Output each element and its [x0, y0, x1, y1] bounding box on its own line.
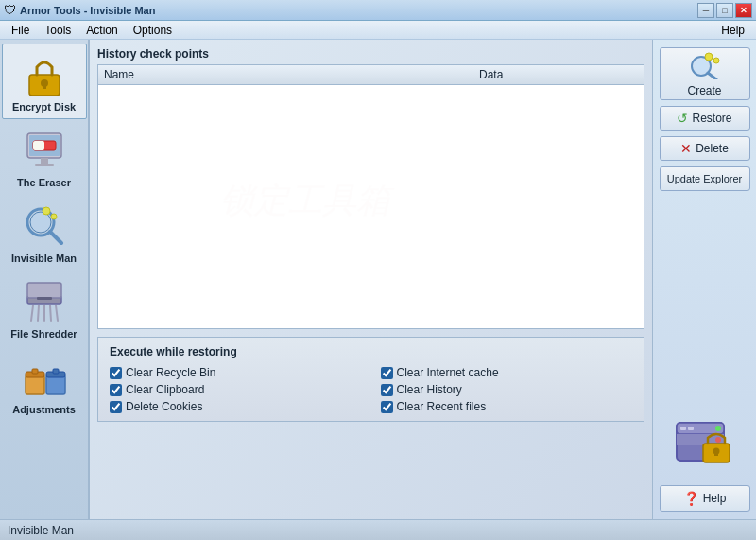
checkbox-delete-cookies-input[interactable]: [110, 401, 122, 413]
history-table: Name Data 锁定工具箱: [97, 64, 644, 329]
svg-point-30: [695, 60, 708, 73]
checkbox-delete-cookies[interactable]: Delete Cookies: [110, 400, 362, 413]
file-shredder-icon: [20, 277, 69, 326]
label-clear-clipboard: Clear Clipboard: [126, 383, 204, 396]
encrypt-disk-icon: [20, 50, 69, 99]
minimize-button[interactable]: ─: [697, 3, 714, 18]
checkbox-clear-recycle[interactable]: Clear Recycle Bin: [110, 366, 362, 379]
maximize-button[interactable]: □: [716, 3, 733, 18]
checkbox-clear-clipboard[interactable]: Clear Clipboard: [110, 383, 362, 396]
sidebar: Encrypt Disk The Eraser: [0, 40, 90, 519]
svg-text:锁定工具箱: 锁定工具箱: [220, 180, 395, 218]
sidebar-item-the-eraser[interactable]: The Eraser: [2, 119, 87, 195]
server-lock-icon: [662, 404, 747, 479]
execute-section: Execute while restoring Clear Recycle Bi…: [97, 337, 644, 422]
checkbox-clear-recycle-input[interactable]: [110, 367, 122, 379]
svg-rect-22: [26, 375, 44, 394]
menu-help[interactable]: Help: [713, 22, 752, 39]
execute-title: Execute while restoring: [110, 345, 632, 358]
table-body: 锁定工具箱: [98, 85, 644, 328]
svg-point-12: [43, 207, 50, 215]
svg-line-21: [56, 305, 58, 321]
table-header: Name Data: [98, 65, 644, 85]
title-buttons: ─ □ ✕: [697, 3, 752, 18]
help-button[interactable]: ❓ Help: [660, 485, 750, 512]
svg-point-10: [30, 212, 51, 233]
svg-line-11: [50, 232, 61, 243]
svg-line-17: [31, 305, 33, 321]
sidebar-label-invisible-man: Invisible Man: [11, 253, 77, 264]
menu-tools[interactable]: Tools: [37, 22, 78, 39]
app-icon: 🛡: [4, 3, 16, 17]
svg-rect-15: [27, 283, 61, 298]
svg-point-13: [51, 214, 57, 219]
restore-icon: ↺: [677, 111, 688, 126]
help-label: Help: [703, 492, 727, 505]
create-icon: [688, 51, 722, 82]
svg-line-18: [38, 305, 39, 321]
label-delete-cookies: Delete Cookies: [126, 400, 202, 413]
invisible-man-icon: [20, 201, 69, 251]
col-name-header: Name: [98, 65, 473, 84]
restore-label: Restore: [692, 112, 731, 125]
eraser-icon: [20, 126, 69, 175]
status-bar: Invisible Man: [0, 519, 756, 540]
sidebar-item-invisible-man[interactable]: Invisible Man: [2, 195, 87, 270]
history-title: History check points: [97, 47, 644, 61]
svg-rect-37: [680, 427, 686, 430]
svg-rect-16: [37, 297, 52, 300]
svg-point-39: [715, 426, 721, 431]
create-label: Create: [687, 84, 721, 97]
label-clear-recent: Clear Recent files: [397, 400, 487, 413]
svg-rect-25: [46, 375, 65, 394]
menu-file[interactable]: File: [4, 22, 37, 39]
sidebar-item-file-shredder[interactable]: File Shredder: [2, 270, 87, 346]
title-bar-left: 🛡 Armor Tools - Invisible Man: [4, 3, 155, 17]
menu-options[interactable]: Options: [126, 22, 180, 39]
checkbox-clear-clipboard-input[interactable]: [110, 384, 122, 396]
sidebar-item-encrypt-disk[interactable]: Encrypt Disk: [2, 44, 87, 119]
menu-items: File Tools Action Options: [4, 22, 180, 39]
update-explorer-button[interactable]: Update Explorer: [660, 166, 750, 191]
label-clear-history: Clear History: [397, 383, 462, 396]
content-area: History check points Name Data 锁定工具箱 Exe…: [90, 40, 652, 519]
create-button[interactable]: Create: [660, 47, 750, 100]
label-clear-internet: Clear Internet cache: [397, 366, 499, 379]
svg-rect-27: [53, 369, 59, 374]
menu-action[interactable]: Action: [78, 22, 125, 39]
checkbox-clear-internet[interactable]: Clear Internet cache: [381, 366, 633, 379]
checkbox-clear-history[interactable]: Clear History: [381, 383, 633, 396]
sidebar-label-the-eraser: The Eraser: [17, 177, 71, 188]
svg-rect-38: [688, 427, 694, 430]
svg-rect-8: [33, 141, 44, 150]
watermark: 锁定工具箱: [211, 164, 532, 250]
restore-button[interactable]: ↺ Restore: [660, 106, 750, 131]
main-container: Encrypt Disk The Eraser: [0, 40, 756, 519]
col-data-header: Data: [473, 65, 644, 84]
checkbox-clear-recent[interactable]: Clear Recent files: [381, 400, 633, 413]
svg-point-40: [715, 437, 721, 443]
sidebar-label-encrypt-disk: Encrypt Disk: [12, 101, 76, 113]
checkbox-clear-internet-input[interactable]: [381, 367, 393, 379]
window-title: Armor Tools - Invisible Man: [20, 5, 155, 16]
delete-label: Delete: [696, 142, 729, 155]
help-icon: ❓: [683, 491, 699, 506]
delete-button[interactable]: ✕ Delete: [660, 136, 750, 161]
svg-rect-2: [43, 83, 46, 89]
checkbox-clear-recent-input[interactable]: [381, 401, 393, 413]
svg-rect-6: [35, 164, 54, 166]
history-section: History check points Name Data 锁定工具箱: [97, 47, 644, 329]
svg-rect-5: [41, 158, 48, 164]
close-button[interactable]: ✕: [735, 3, 752, 18]
right-panel: Create ↺ Restore ✕ Delete Update Explore…: [652, 40, 756, 519]
svg-rect-24: [32, 369, 38, 374]
title-bar: 🛡 Armor Tools - Invisible Man ─ □ ✕: [0, 0, 756, 21]
sidebar-label-adjustments: Adjustments: [12, 404, 76, 415]
adjustments-icon: [20, 353, 69, 402]
sidebar-label-file-shredder: File Shredder: [10, 328, 77, 340]
checkbox-clear-history-input[interactable]: [381, 384, 393, 396]
sidebar-item-adjustments[interactable]: Adjustments: [2, 346, 87, 422]
menu-bar: File Tools Action Options Help: [0, 21, 756, 40]
delete-icon: ✕: [680, 141, 692, 156]
label-clear-recycle: Clear Recycle Bin: [126, 366, 215, 379]
